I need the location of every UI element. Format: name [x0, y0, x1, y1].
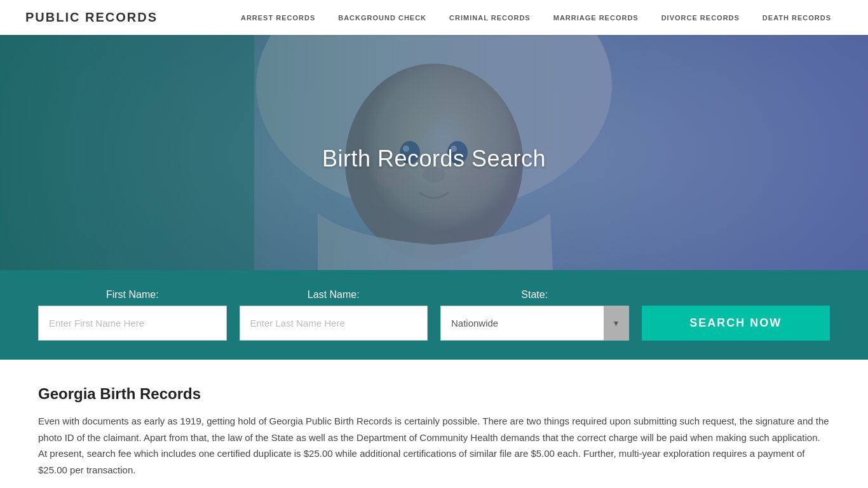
content-section: Georgia Birth Records Even with document…: [0, 360, 868, 488]
search-button-wrapper: SEARCH NOW: [642, 306, 831, 341]
logo: PUBLIC RECORDS: [25, 10, 158, 25]
first-name-label: First Name:: [38, 289, 227, 301]
svg-rect-13: [0, 35, 254, 270]
state-select[interactable]: Nationwide Alabama Alaska Arizona Arkans…: [440, 306, 629, 341]
nav-marriage-records[interactable]: MARRIAGE RECORDS: [542, 0, 650, 35]
search-bar: First Name: Last Name: State: Nationwide…: [0, 270, 868, 360]
main-nav: ARREST RECORDS BACKGROUND CHECK CRIMINAL…: [229, 0, 843, 35]
nav-background-check[interactable]: BACKGROUND CHECK: [327, 0, 438, 35]
state-select-wrapper: Nationwide Alabama Alaska Arizona Arkans…: [440, 306, 629, 341]
header: PUBLIC RECORDS ARREST RECORDS BACKGROUND…: [0, 0, 868, 35]
last-name-input[interactable]: [240, 306, 428, 341]
last-name-field: Last Name:: [240, 289, 428, 341]
hero-section: Birth Records Search: [0, 35, 868, 270]
content-heading: Georgia Birth Records: [38, 385, 830, 403]
content-paragraph-1: Even with documents as early as 1919, ge…: [38, 413, 830, 478]
nav-arrest-records[interactable]: ARREST RECORDS: [229, 0, 327, 35]
nav-criminal-records[interactable]: CRIMINAL RECORDS: [438, 0, 542, 35]
state-field: State: Nationwide Alabama Alaska Arizona…: [440, 289, 629, 341]
nav-death-records[interactable]: DEATH RECORDS: [751, 0, 843, 35]
nav-divorce-records[interactable]: DIVORCE RECORDS: [650, 0, 751, 35]
state-label: State:: [440, 289, 629, 301]
search-now-button[interactable]: SEARCH NOW: [642, 306, 831, 341]
first-name-input[interactable]: [38, 306, 227, 341]
last-name-label: Last Name:: [240, 289, 428, 301]
hero-title: Birth Records Search: [322, 146, 546, 172]
first-name-field: First Name:: [38, 289, 227, 341]
